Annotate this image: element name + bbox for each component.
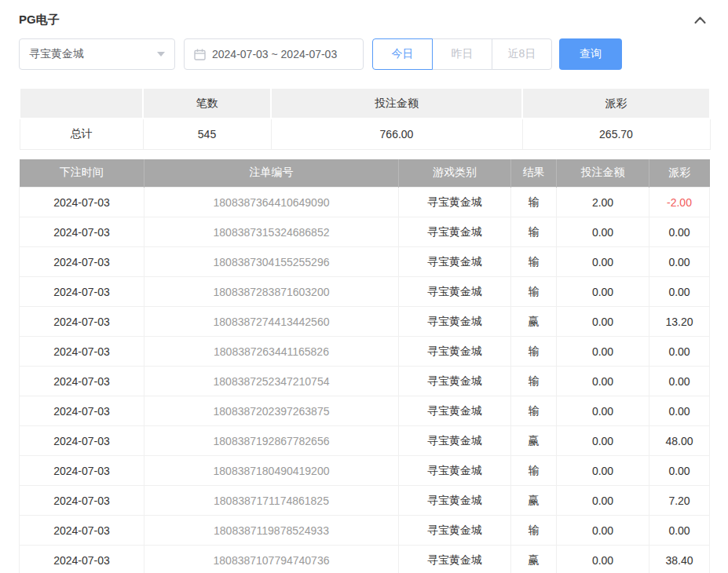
bet-id-cell: 1808387202397263875 bbox=[145, 396, 399, 426]
table-row: 2024-07-031808387180490419200寻宝黄金城输0.000… bbox=[20, 456, 710, 486]
payout-cell: 0.00 bbox=[649, 396, 710, 426]
bet-id-cell: 1808387283871603200 bbox=[145, 277, 399, 307]
result-cell: 输 bbox=[511, 367, 557, 396]
game-type-cell: 寻宝黄金城 bbox=[399, 546, 511, 573]
header-bet-id: 注单编号 bbox=[145, 159, 399, 188]
chevron-up-icon bbox=[694, 16, 706, 24]
summary-header-row: 笔数 投注金额 派彩 bbox=[20, 88, 710, 119]
game-type-cell: 寻宝黄金城 bbox=[399, 396, 511, 426]
table-row: 2024-07-031808387192867782656寻宝黄金城赢0.004… bbox=[20, 426, 710, 456]
collapse-button[interactable] bbox=[691, 13, 709, 27]
bet-time-cell: 2024-07-03 bbox=[20, 426, 145, 456]
summary-total-row: 总计 545 766.00 265.70 bbox=[20, 119, 710, 149]
bet-table-header-row: 下注时间 注单编号 游戏类别 结果 投注金额 派彩 bbox=[20, 159, 710, 188]
table-row: 2024-07-031808387252347210754寻宝黄金城输0.000… bbox=[20, 367, 710, 396]
quick-range-button-group: 今日 昨日 近8日 bbox=[372, 38, 552, 70]
payout-cell: -2.00 bbox=[649, 188, 710, 217]
payout-cell: 48.00 bbox=[649, 426, 710, 456]
bet-time-cell: 2024-07-03 bbox=[20, 486, 145, 516]
date-range-input[interactable]: 2024-07-03 ~ 2024-07-03 bbox=[184, 38, 364, 70]
caret-down-icon bbox=[157, 52, 165, 57]
bet-id-cell: 1808387304155255296 bbox=[145, 247, 399, 277]
result-cell: 赢 bbox=[511, 486, 557, 516]
result-cell: 输 bbox=[511, 516, 557, 546]
amount-cell: 0.00 bbox=[557, 307, 649, 337]
amount-cell: 0.00 bbox=[557, 426, 649, 456]
payout-cell: 38.40 bbox=[649, 546, 710, 573]
table-row: 2024-07-031808387274413442560寻宝黄金城赢0.001… bbox=[20, 307, 710, 337]
bet-time-cell: 2024-07-03 bbox=[20, 546, 145, 573]
table-row: 2024-07-031808387283871603200寻宝黄金城输0.000… bbox=[20, 277, 710, 307]
table-row: 2024-07-031808387304155255296寻宝黄金城输0.000… bbox=[20, 247, 710, 277]
payout-cell: 0.00 bbox=[649, 337, 710, 367]
amount-cell: 0.00 bbox=[557, 516, 649, 546]
result-cell: 输 bbox=[511, 247, 557, 277]
payout-cell: 0.00 bbox=[649, 456, 710, 486]
date-range-value: 2024-07-03 ~ 2024-07-03 bbox=[212, 48, 337, 60]
bet-table: 下注时间 注单编号 游戏类别 结果 投注金额 派彩 2024-07-031808… bbox=[19, 159, 710, 573]
game-select-value: 寻宝黄金城 bbox=[29, 47, 84, 61]
summary-table: 笔数 投注金额 派彩 总计 545 766.00 265.70 bbox=[19, 87, 711, 150]
bet-id-cell: 1808387180490419200 bbox=[145, 456, 399, 486]
amount-cell: 0.00 bbox=[557, 247, 649, 277]
summary-header-count: 笔数 bbox=[143, 88, 271, 119]
bet-time-cell: 2024-07-03 bbox=[20, 456, 145, 486]
result-cell: 输 bbox=[511, 277, 557, 307]
amount-cell: 0.00 bbox=[557, 546, 649, 573]
bet-id-cell: 1808387263441165826 bbox=[145, 337, 399, 367]
game-type-cell: 寻宝黄金城 bbox=[399, 367, 511, 396]
bet-time-cell: 2024-07-03 bbox=[20, 396, 145, 426]
amount-cell: 2.00 bbox=[557, 188, 649, 217]
result-cell: 赢 bbox=[511, 546, 557, 573]
game-type-cell: 寻宝黄金城 bbox=[399, 426, 511, 456]
payout-cell: 13.20 bbox=[649, 307, 710, 337]
game-type-cell: 寻宝黄金城 bbox=[399, 337, 511, 367]
bet-id-cell: 1808387274413442560 bbox=[145, 307, 399, 337]
bet-time-cell: 2024-07-03 bbox=[20, 188, 145, 217]
bet-time-cell: 2024-07-03 bbox=[20, 516, 145, 546]
today-button[interactable]: 今日 bbox=[372, 38, 433, 70]
bet-time-cell: 2024-07-03 bbox=[20, 277, 145, 307]
game-type-cell: 寻宝黄金城 bbox=[399, 188, 511, 217]
bet-time-cell: 2024-07-03 bbox=[20, 217, 145, 247]
table-row: 2024-07-031808387119878524933寻宝黄金城输0.000… bbox=[20, 516, 710, 546]
amount-cell: 0.00 bbox=[557, 396, 649, 426]
result-cell: 赢 bbox=[511, 426, 557, 456]
last8days-button[interactable]: 近8日 bbox=[492, 38, 552, 70]
game-type-cell: 寻宝黄金城 bbox=[399, 516, 511, 546]
summary-total-payout: 265.70 bbox=[522, 119, 710, 149]
amount-cell: 0.00 bbox=[557, 277, 649, 307]
game-type-cell: 寻宝黄金城 bbox=[399, 486, 511, 516]
result-cell: 输 bbox=[511, 188, 557, 217]
game-select[interactable]: 寻宝黄金城 bbox=[19, 38, 175, 70]
summary-total-count: 545 bbox=[143, 119, 271, 149]
bet-id-cell: 1808387315324686852 bbox=[145, 217, 399, 247]
header-bet-time: 下注时间 bbox=[20, 159, 145, 188]
result-cell: 输 bbox=[511, 456, 557, 486]
bet-id-cell: 1808387364410649090 bbox=[145, 188, 399, 217]
table-row: 2024-07-031808387107794740736寻宝黄金城赢0.003… bbox=[20, 546, 710, 573]
payout-cell: 0.00 bbox=[649, 217, 710, 247]
result-cell: 输 bbox=[511, 337, 557, 367]
bet-id-cell: 1808387171174861825 bbox=[145, 486, 399, 516]
table-row: 2024-07-031808387263441165826寻宝黄金城输0.000… bbox=[20, 337, 710, 367]
bet-id-cell: 1808387107794740736 bbox=[145, 546, 399, 573]
header-amount: 投注金额 bbox=[557, 159, 649, 188]
bet-time-cell: 2024-07-03 bbox=[20, 307, 145, 337]
bet-table-body: 2024-07-031808387364410649090寻宝黄金城输2.00-… bbox=[20, 188, 710, 573]
search-button[interactable]: 查询 bbox=[559, 38, 622, 70]
amount-cell: 0.00 bbox=[557, 337, 649, 367]
result-cell: 输 bbox=[511, 217, 557, 247]
pg-panel: PG电子 寻宝黄金城 bbox=[0, 0, 728, 573]
bet-time-cell: 2024-07-03 bbox=[20, 247, 145, 277]
amount-cell: 0.00 bbox=[557, 486, 649, 516]
bet-time-cell: 2024-07-03 bbox=[20, 367, 145, 396]
page-title: PG电子 bbox=[19, 13, 60, 27]
result-cell: 赢 bbox=[511, 307, 557, 337]
payout-cell: 0.00 bbox=[649, 367, 710, 396]
bet-id-cell: 1808387192867782656 bbox=[145, 426, 399, 456]
amount-cell: 0.00 bbox=[557, 367, 649, 396]
table-row: 2024-07-031808387202397263875寻宝黄金城输0.000… bbox=[20, 396, 710, 426]
yesterday-button[interactable]: 昨日 bbox=[432, 38, 492, 70]
bet-time-cell: 2024-07-03 bbox=[20, 337, 145, 367]
